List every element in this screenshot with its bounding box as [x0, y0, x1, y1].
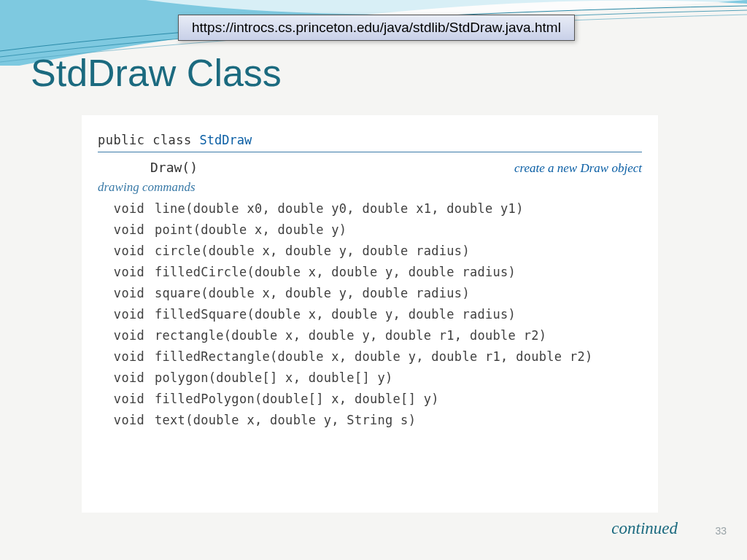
method-row: voidline(double x0, double y0, double x1…	[107, 198, 642, 219]
return-type: void	[107, 392, 144, 406]
constructor-description: create a new Draw object	[514, 161, 642, 176]
ctor-desc-obj: Draw	[580, 161, 608, 175]
method-signature: filledPolygon(double[] x, double[] y)	[155, 392, 439, 406]
return-type: void	[107, 413, 144, 427]
method-row: voidpoint(double x, double y)	[107, 219, 642, 240]
class-declaration: public class StdDraw	[98, 133, 642, 147]
method-list: voidline(double x0, double y0, double x1…	[98, 198, 642, 430]
return-type: void	[107, 222, 144, 237]
ctor-desc-suffix: object	[608, 161, 642, 175]
method-signature: circle(double x, double y, double radius…	[155, 244, 470, 258]
return-type: void	[107, 201, 144, 216]
return-type: void	[107, 370, 144, 385]
source-url-link[interactable]: https://introcs.cs.princeton.edu/java/st…	[178, 15, 575, 41]
return-type: void	[107, 328, 144, 343]
method-signature: rectangle(double x, double y, double r1,…	[155, 328, 546, 343]
method-row: voidrectangle(double x, double y, double…	[107, 324, 642, 346]
method-signature: filledSquare(double x, double y, double …	[155, 307, 516, 322]
return-type: void	[107, 244, 144, 258]
constructor-row: Draw() create a new Draw object	[98, 160, 642, 176]
class-name: StdDraw	[200, 133, 252, 147]
section-label: drawing commands	[98, 180, 642, 195]
method-row: voidfilledRectangle(double x, double y, …	[107, 346, 642, 367]
return-type: void	[107, 307, 144, 322]
method-row: voidfilledCircle(double x, double y, dou…	[107, 261, 642, 282]
return-type: void	[107, 286, 144, 300]
class-keywords: public class	[98, 133, 200, 147]
divider	[98, 152, 642, 152]
api-panel: public class StdDraw Draw() create a new…	[82, 115, 658, 513]
method-signature: polygon(double[] x, double[] y)	[155, 370, 393, 385]
slide-title: StdDraw Class	[31, 51, 282, 95]
method-row: voidsquare(double x, double y, double ra…	[107, 282, 642, 303]
method-row: voidpolygon(double[] x, double[] y)	[107, 367, 642, 388]
slide-number: 33	[715, 525, 727, 537]
method-signature: line(double x0, double y0, double x1, do…	[155, 201, 524, 216]
return-type: void	[107, 349, 144, 364]
return-type: void	[107, 265, 144, 279]
method-row: voidfilledPolygon(double[] x, double[] y…	[107, 388, 642, 409]
method-signature: square(double x, double y, double radius…	[155, 286, 470, 300]
method-signature: filledCircle(double x, double y, double …	[155, 265, 516, 279]
continued-label: continued	[611, 519, 678, 538]
method-row: voidtext(double x, double y, String s)	[107, 409, 642, 430]
constructor-signature: Draw()	[98, 160, 198, 175]
method-signature: filledRectangle(double x, double y, doub…	[155, 349, 593, 364]
method-row: voidcircle(double x, double y, double ra…	[107, 240, 642, 261]
method-signature: point(double x, double y)	[155, 222, 347, 237]
ctor-desc-prefix: create a new	[514, 161, 580, 175]
method-signature: text(double x, double y, String s)	[155, 413, 416, 427]
method-row: voidfilledSquare(double x, double y, dou…	[107, 303, 642, 324]
